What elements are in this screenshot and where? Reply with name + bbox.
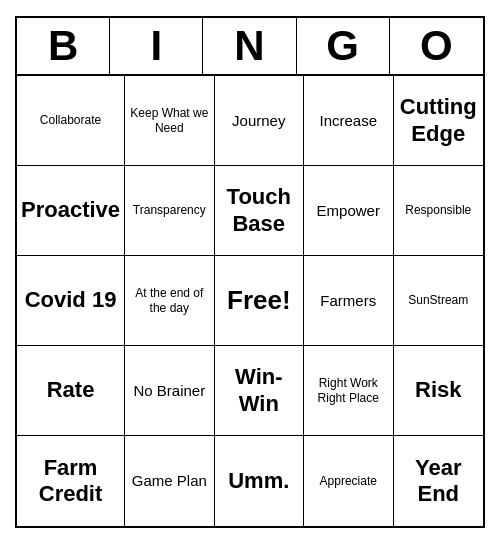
cell-text: Increase (320, 112, 378, 130)
cell-text: No Brainer (133, 382, 205, 400)
cell-text: Covid 19 (25, 287, 117, 313)
bingo-card: BINGO CollaborateKeep What we NeedJourne… (15, 16, 485, 528)
bingo-letter: O (390, 18, 483, 74)
cell-text: Farmers (320, 292, 376, 310)
bingo-cell: Year End (394, 436, 483, 526)
bingo-cell: Appreciate (304, 436, 393, 526)
bingo-letter: B (17, 18, 110, 74)
bingo-cell: Win-Win (215, 346, 304, 436)
bingo-header: BINGO (17, 18, 483, 76)
bingo-cell: Responsible (394, 166, 483, 256)
bingo-cell: Right Work Right Place (304, 346, 393, 436)
bingo-letter: I (110, 18, 203, 74)
cell-text: Cutting Edge (398, 94, 479, 147)
bingo-cell: Covid 19 (17, 256, 125, 346)
cell-text: Rate (47, 377, 95, 403)
cell-text: Responsible (405, 203, 471, 217)
bingo-cell: SunStream (394, 256, 483, 346)
cell-text: Game Plan (132, 472, 207, 490)
bingo-cell: Transparency (125, 166, 214, 256)
bingo-cell: Umm. (215, 436, 304, 526)
bingo-cell: Rate (17, 346, 125, 436)
cell-text: Proactive (21, 197, 120, 223)
bingo-cell: Empower (304, 166, 393, 256)
bingo-cell: Proactive (17, 166, 125, 256)
cell-text: Win-Win (219, 364, 299, 417)
bingo-cell: Increase (304, 76, 393, 166)
cell-text: Transparency (133, 203, 206, 217)
bingo-cell: Keep What we Need (125, 76, 214, 166)
bingo-cell: Cutting Edge (394, 76, 483, 166)
cell-text: Keep What we Need (129, 106, 209, 135)
cell-text: Journey (232, 112, 285, 130)
cell-text: Free! (227, 285, 291, 316)
cell-text: Risk (415, 377, 461, 403)
bingo-cell: No Brainer (125, 346, 214, 436)
cell-text: Farm Credit (21, 455, 120, 508)
cell-text: Year End (398, 455, 479, 508)
cell-text: SunStream (408, 293, 468, 307)
bingo-cell: Free! (215, 256, 304, 346)
bingo-cell: Game Plan (125, 436, 214, 526)
bingo-grid: CollaborateKeep What we NeedJourneyIncre… (17, 76, 483, 526)
cell-text: Collaborate (40, 113, 101, 127)
cell-text: At the end of the day (129, 286, 209, 315)
bingo-cell: At the end of the day (125, 256, 214, 346)
bingo-letter: G (297, 18, 390, 74)
bingo-letter: N (203, 18, 296, 74)
cell-text: Appreciate (320, 474, 377, 488)
bingo-cell: Journey (215, 76, 304, 166)
cell-text: Right Work Right Place (308, 376, 388, 405)
bingo-cell: Touch Base (215, 166, 304, 256)
cell-text: Empower (317, 202, 380, 220)
bingo-cell: Farm Credit (17, 436, 125, 526)
cell-text: Touch Base (219, 184, 299, 237)
bingo-cell: Collaborate (17, 76, 125, 166)
cell-text: Umm. (228, 468, 289, 494)
bingo-cell: Risk (394, 346, 483, 436)
bingo-cell: Farmers (304, 256, 393, 346)
